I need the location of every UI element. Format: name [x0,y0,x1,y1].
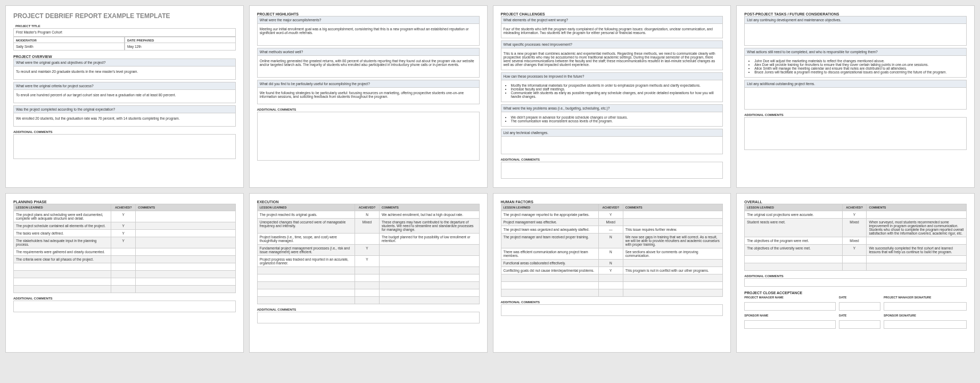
table-cell-achieved[interactable] [355,234,380,245]
table-cell-comment[interactable] [379,245,479,256]
table-cell-lesson[interactable] [501,274,598,282]
table-cell-lesson[interactable] [14,286,111,293]
table-cell-achieved[interactable] [111,271,136,278]
table-cell-lesson[interactable]: The original cost projections were accur… [745,211,842,219]
table-cell-lesson[interactable]: Project progress was tracked and reporte… [257,256,355,267]
table-cell-achieved[interactable]: Y [598,211,623,219]
table-cell-comment[interactable]: This program is not in conflict with our… [623,267,723,274]
highlights-a1[interactable]: Meeting our initial enrollment goal was … [257,23,480,46]
table-cell-comment[interactable]: We achieved enrollment, but had a high d… [379,211,479,219]
table-cell-lesson[interactable] [745,256,842,263]
table-cell-lesson[interactable]: The criteria were clear for all phases o… [14,256,111,263]
table-cell-achieved[interactable]: N [355,211,380,219]
table-cell-comment[interactable] [379,282,479,289]
execution-additional-box[interactable] [257,312,480,323]
table-cell-lesson[interactable] [745,263,842,271]
table-cell-achieved[interactable]: Y [111,237,136,248]
table-cell-achieved[interactable]: Y [598,267,623,274]
table-cell-achieved[interactable]: N [598,234,623,248]
table-cell-lesson[interactable]: Fundamental project management processes… [257,245,355,256]
table-cell-comment[interactable] [867,211,967,219]
table-cell-lesson[interactable]: The tasks were clearly defined. [14,230,111,237]
table-cell-lesson[interactable] [501,282,598,289]
table-cell-achieved[interactable]: Y [355,256,380,267]
pm-sig-field[interactable] [884,302,967,311]
table-cell-achieved[interactable] [111,263,136,271]
table-cell-achieved[interactable]: Mixed [842,237,867,245]
challenges-a2[interactable]: This is a new program that combines acad… [501,48,723,70]
table-cell-achieved[interactable]: Y [842,245,867,256]
table-cell-lesson[interactable] [257,289,355,297]
challenges-a5[interactable] [501,136,723,154]
table-cell-comment[interactable] [623,282,723,289]
table-cell-achieved[interactable] [355,282,380,289]
table-cell-achieved[interactable]: — [598,226,623,234]
table-cell-comment[interactable] [623,260,723,267]
pm-date-field[interactable] [839,302,880,311]
sponsor-name-field[interactable] [744,320,836,329]
postproject-a3[interactable] [744,87,967,110]
sponsor-date-field[interactable] [839,320,880,329]
postproject-additional-box[interactable] [744,117,967,150]
table-cell-lesson[interactable]: The stakeholders had adequate input in t… [14,237,111,248]
table-cell-lesson[interactable]: The project plans and scheduling were we… [14,211,111,222]
table-cell-comment[interactable] [623,211,723,219]
table-cell-lesson[interactable]: Functional areas collaborated effectivel… [501,260,598,267]
table-cell-achieved[interactable] [111,286,136,293]
table-cell-achieved[interactable] [598,289,623,297]
table-cell-lesson[interactable] [14,278,111,286]
highlights-a3[interactable]: We found the following strategies to be … [257,87,480,104]
table-cell-comment[interactable] [136,263,236,271]
overall-additional-box[interactable] [744,278,967,287]
postproject-a2[interactable]: John Doe will adjust the marketing mater… [744,55,967,78]
table-cell-lesson[interactable]: Student needs were met. [745,219,842,237]
table-cell-comment[interactable] [136,278,236,286]
table-cell-lesson[interactable]: There was efficient communication among … [501,248,598,260]
table-cell-achieved[interactable]: N [598,260,623,267]
planning-additional-box[interactable] [13,301,236,312]
table-cell-comment[interactable] [867,237,967,245]
challenges-a4[interactable]: We didn't prepare in advance for possibl… [501,112,723,127]
overview-a2[interactable]: To enroll one hundred percent of our tar… [13,89,236,103]
table-cell-lesson[interactable]: The objectives of the program were met. [745,237,842,245]
table-cell-achieved[interactable]: Y [842,211,867,219]
table-cell-comment[interactable] [136,230,236,237]
table-cell-lesson[interactable]: The objectives of the university were me… [745,245,842,256]
table-cell-lesson[interactable]: Project baselines (i.e., time, scope, an… [257,234,355,245]
table-cell-achieved[interactable] [111,256,136,263]
table-cell-achieved[interactable]: Y [111,222,136,230]
date-prepared-field[interactable]: May 12th [125,43,235,50]
table-cell-comment[interactable] [623,219,723,226]
sponsor-sig-field[interactable] [884,320,967,329]
table-cell-lesson[interactable]: The requirements were gathered and clear… [14,248,111,256]
table-cell-comment[interactable] [623,274,723,282]
postproject-a1[interactable] [744,23,967,46]
table-cell-comment[interactable]: We successfully completed the first coho… [867,245,967,256]
table-cell-comment[interactable] [379,256,479,267]
table-cell-lesson[interactable] [257,267,355,274]
table-cell-lesson[interactable] [257,297,355,304]
table-cell-achieved[interactable] [111,248,136,256]
table-cell-comment[interactable]: The budget planned for the possibility o… [379,234,479,245]
table-cell-lesson[interactable]: The project manager and team received pr… [501,234,598,248]
table-cell-achieved[interactable] [355,297,380,304]
table-cell-achieved[interactable] [598,282,623,289]
table-cell-lesson[interactable]: The project manager reported to the appr… [501,211,598,219]
table-cell-lesson[interactable] [501,289,598,297]
table-cell-comment[interactable] [136,286,236,293]
table-cell-comment[interactable] [379,289,479,297]
overview-additional-box[interactable] [13,134,236,159]
table-cell-lesson[interactable] [14,263,111,271]
table-cell-comment[interactable] [379,274,479,282]
table-cell-comment[interactable] [379,297,479,304]
overview-a3[interactable]: We enrolled 20 students, but the graduat… [13,113,236,127]
highlights-additional-box[interactable] [257,112,480,161]
challenges-a3[interactable]: Modify the informational materials for p… [501,80,723,102]
table-cell-comment[interactable]: See sections above for comments on impro… [623,248,723,260]
table-cell-lesson[interactable] [257,282,355,289]
highlights-a2[interactable]: Online marketing generated the greatest … [257,55,480,78]
project-title-field[interactable]: First Master's Program Cohort [13,28,236,37]
table-cell-comment[interactable] [623,289,723,297]
table-cell-comment[interactable]: We now see gaps in training that we will… [623,234,723,248]
pm-name-field[interactable] [744,302,836,311]
